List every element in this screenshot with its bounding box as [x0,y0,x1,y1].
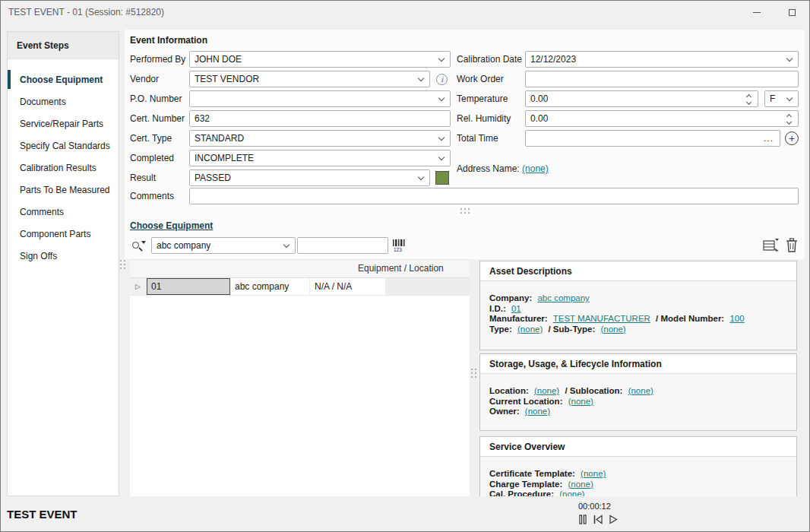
asset-descriptions-title: Asset Descriptions [480,261,796,281]
ellipsis-button[interactable]: ... [764,133,774,144]
asset-descriptions-box: Asset Descriptions Company: abc company … [479,261,797,350]
type-label: Type: [489,325,512,334]
sidebar-item-specify-cal-standards[interactable]: Specify Cal Standards [8,135,119,157]
result-value: PASSED [195,173,231,183]
step-label: Parts To Be Measured [20,185,110,195]
step-label: Documents [20,97,66,107]
sidebar-item-calibration-results[interactable]: Calibration Results [8,157,119,179]
address-name-label: Address Name: [457,163,520,174]
equipment-search-input[interactable] [297,237,388,254]
table-row[interactable]: ▷ 01 abc company N/A / N/A [130,278,470,296]
id-link[interactable]: 01 [511,304,521,313]
add-time-button[interactable]: + [785,131,799,145]
charge-template-link[interactable]: (none) [568,480,593,489]
sidebar-item-parts-to-be-measured[interactable]: Parts To Be Measured [8,179,119,201]
manufacturer-link[interactable]: TEST MANUFACTURER [553,314,650,323]
panel-splitter-handle[interactable] [471,369,476,378]
total-time-field[interactable]: ... [525,130,780,147]
address-name-row: Address Name: (none) [457,160,549,177]
temperature-unit-dropdown[interactable]: F [764,90,799,107]
chevron-down-icon [418,173,424,179]
cert-type-dropdown[interactable]: STANDARD [189,130,451,147]
vendor-dropdown[interactable]: TEST VENDOR [189,71,430,87]
equipment-table: Equipment / Location ▷ 01 abc company N/… [130,259,470,496]
address-name-link[interactable]: (none) [522,163,549,174]
owner-link[interactable]: (none) [525,407,550,416]
model-number-link[interactable]: 100 [729,314,744,323]
storage-usage-lifecycle-title: Storage, Usage, & Lifecycle Information [480,354,796,374]
pause-icon[interactable] [578,515,587,524]
cert-number-input[interactable] [189,110,451,127]
delete-icon[interactable] [785,237,799,254]
step-label: Component Parts [20,229,90,239]
work-order-input[interactable] [525,71,799,87]
step-label: Choose Equipment [20,74,103,85]
temperature-spinner[interactable]: 0.00 [525,90,758,107]
choose-equipment-title[interactable]: Choose Equipment [130,220,213,231]
sidebar-splitter-handle[interactable] [120,260,125,269]
event-name-title: TEST EVENT [7,508,78,521]
po-number-dropdown[interactable] [189,90,451,107]
equipment-id-cell[interactable]: 01 [147,278,230,295]
cert-number-label: Cert. Number [130,110,185,127]
barcode-icon[interactable]: 123 [391,238,407,253]
grid-settings-icon[interactable] [762,237,780,254]
temperature-label: Temperature [457,90,508,107]
result-color-swatch [435,171,449,185]
chevron-down-icon [438,94,445,100]
performed-by-dropdown[interactable]: JOHN DOE [189,51,451,68]
completed-dropdown[interactable]: INCOMPLETE [189,150,451,166]
calibration-date-dropdown[interactable]: 12/12/2023 [525,51,799,68]
certificate-template-link[interactable]: (none) [581,469,606,478]
spin-down-icon [786,119,792,125]
calibration-date-label: Calibration Date [457,51,522,68]
vendor-info-icon[interactable]: i [436,74,448,85]
current-location-link[interactable]: (none) [568,397,593,406]
form-splitter-handle[interactable] [460,208,470,214]
spin-buttons[interactable] [787,113,792,124]
minimize-button[interactable] [739,1,774,24]
type-link[interactable]: (none) [517,325,543,334]
certificate-template-label: Certificate Template: [489,469,575,478]
sidebar-item-choose-equipment[interactable]: Choose Equipment [8,68,119,90]
sublocation-label: / Sublocation: [565,386,622,395]
performed-by-value: JOHN DOE [195,54,242,65]
step-label: Calibration Results [20,163,97,173]
sidebar-item-service-repair-parts[interactable]: Service/Repair Parts [8,112,119,135]
expand-arrow-icon[interactable]: ▷ [135,283,141,290]
maximize-button[interactable] [774,1,809,24]
spin-buttons[interactable] [747,93,751,104]
chevron-down-icon [438,154,445,160]
sidebar-item-comments[interactable]: Comments [8,201,119,223]
owner-label: Owner: [489,407,520,416]
result-label: Result [130,169,156,186]
sidebar-item-component-parts[interactable]: Component Parts [8,223,119,245]
sidebar-item-documents[interactable]: Documents [8,90,119,112]
company-filter-dropdown[interactable]: abc company [151,237,296,254]
skip-to-start-icon[interactable] [593,515,603,524]
equipment-location-cell[interactable]: N/A / N/A [310,278,386,295]
sublocation-link[interactable]: (none) [628,386,653,395]
steps-list: Choose Equipment Documents Service/Repai… [8,59,119,267]
title-bar: TEST EVENT - 01 (Session: #512820) [1,1,809,24]
event-steps-sidebar: Event Steps Choose Equipment Documents S… [7,31,119,496]
search-icon[interactable] [130,237,147,254]
location-link[interactable]: (none) [534,386,559,395]
equipment-location-column-header[interactable]: Equipment / Location [358,263,444,274]
equipment-table-header[interactable]: Equipment / Location [130,260,470,278]
comments-input[interactable] [189,188,799,204]
company-link[interactable]: abc company [537,293,589,302]
result-dropdown[interactable]: PASSED [189,169,430,186]
play-icon[interactable] [609,515,618,524]
sidebar-item-sign-offs[interactable]: Sign Offs [8,245,119,267]
row-indicator-cell[interactable]: ▷ [130,278,147,295]
charge-template-label: Charge Template: [489,480,562,489]
company-label: Company: [489,293,532,302]
work-order-label: Work Order [457,71,504,87]
subtype-link[interactable]: (none) [600,325,625,334]
rel-humidity-spinner[interactable]: 0.00 [525,110,799,127]
temperature-unit-value: F [770,93,775,104]
equipment-company-cell[interactable]: abc company [230,278,310,295]
completed-label: Completed [130,150,174,166]
comments-label: Comments [130,188,174,204]
